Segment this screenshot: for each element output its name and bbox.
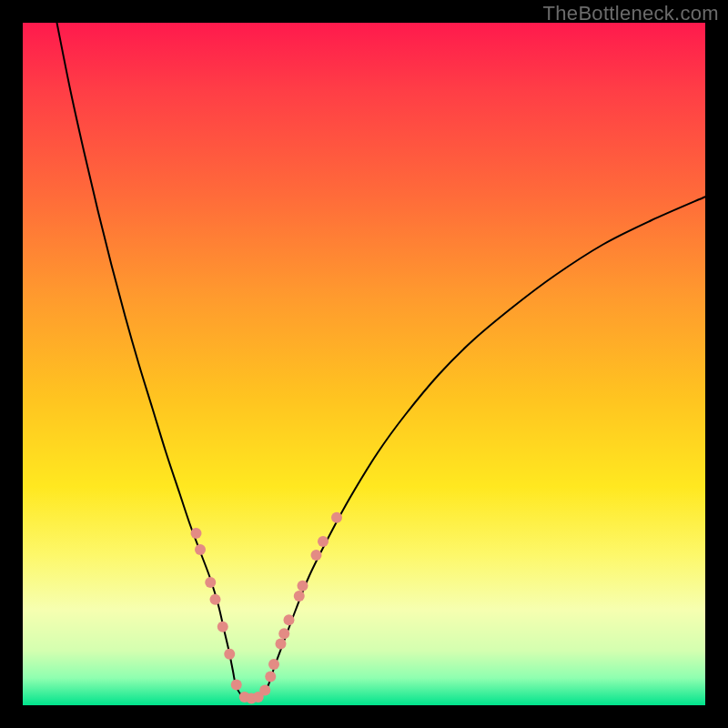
data-point	[268, 659, 279, 670]
data-point	[311, 550, 322, 561]
data-point	[278, 628, 289, 639]
data-point	[276, 639, 287, 650]
data-point	[331, 512, 342, 523]
data-point	[298, 581, 308, 592]
data-point	[284, 614, 295, 625]
watermark-text: TheBottleneck.com	[543, 2, 719, 25]
data-point	[191, 528, 202, 539]
bottleneck-curve-chart	[23, 23, 705, 705]
marker-group	[191, 512, 343, 704]
data-point	[224, 649, 235, 660]
data-point	[265, 672, 276, 682]
data-point	[205, 577, 216, 588]
data-point	[210, 594, 221, 605]
data-point	[294, 591, 305, 602]
data-point	[195, 544, 206, 555]
data-point	[217, 622, 228, 632]
data-point	[259, 685, 270, 696]
data-point	[231, 680, 242, 691]
data-point	[318, 536, 329, 547]
bottleneck-curve	[57, 23, 706, 699]
curve-group	[57, 23, 706, 699]
